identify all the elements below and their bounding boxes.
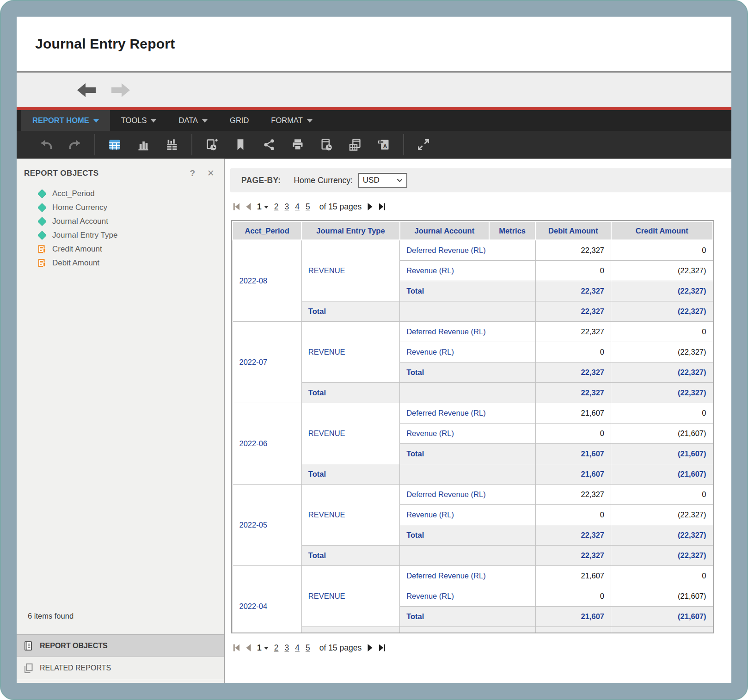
- undo-icon[interactable]: [40, 138, 53, 151]
- sidebar-item-debit-amount[interactable]: Debit Amount: [38, 258, 224, 268]
- acct-period-cell: 2022-07: [233, 322, 301, 403]
- attribute-diamond-icon: [37, 231, 47, 240]
- entry-total-credit-cell: (21,607): [611, 607, 713, 627]
- page-link-4[interactable]: 4: [295, 202, 300, 212]
- menu-tab-data[interactable]: DATA: [167, 110, 219, 131]
- sidebar-tab-report-objects[interactable]: REPORT OBJECTS: [17, 634, 224, 657]
- export-pdf-icon[interactable]: A: [377, 138, 390, 151]
- journal-entry-type-cell: REVENUE: [301, 240, 399, 301]
- sidebar-item-label: Journal Entry Type: [52, 231, 117, 240]
- related-reports-tab-icon: [23, 663, 33, 673]
- first-page-icon[interactable]: [233, 203, 240, 211]
- svg-text:A: A: [383, 143, 387, 149]
- current-page-number: 1: [257, 643, 262, 653]
- page-count-label: of 15 pages: [319, 202, 362, 212]
- page-link-3[interactable]: 3: [284, 643, 289, 653]
- menu-tab-tools[interactable]: TOOLS: [110, 110, 168, 131]
- last-page-icon[interactable]: [379, 203, 386, 211]
- credit-amount-cell: (22,327): [611, 342, 713, 362]
- first-page-icon[interactable]: [233, 644, 240, 652]
- menu-tab-grid[interactable]: GRID: [219, 110, 260, 131]
- sidebar-spacer: [17, 268, 224, 612]
- previous-page-icon[interactable]: [245, 644, 252, 652]
- entry-total-credit-cell: (22,327): [611, 281, 713, 301]
- journal-account-cell: Deferred Revenue (RL): [400, 322, 536, 342]
- page-link-5[interactable]: 5: [306, 202, 310, 212]
- grid-view-icon[interactable]: [108, 138, 121, 151]
- menu-tab-report-home[interactable]: REPORT HOME: [21, 110, 110, 131]
- entry-total-debit-cell: 22,327: [535, 525, 611, 546]
- debit-amount-cell: 21,607: [535, 403, 611, 424]
- entry-total-debit-cell: 22,327: [535, 281, 611, 301]
- sidebar-item-label: Credit Amount: [52, 245, 102, 254]
- back-arrow-icon[interactable]: [76, 82, 97, 98]
- chevron-down-icon: [397, 178, 403, 183]
- page-link-4[interactable]: 4: [295, 643, 300, 653]
- menu-tab-format[interactable]: FORMAT: [260, 110, 323, 131]
- period-total-spacer-cell: [400, 464, 536, 485]
- close-icon[interactable]: ✕: [207, 168, 215, 178]
- redo-icon[interactable]: [68, 138, 81, 151]
- page-link-2[interactable]: 2: [274, 643, 279, 653]
- home-currency-value: USD: [363, 176, 380, 185]
- page-link-5[interactable]: 5: [306, 643, 310, 653]
- grid-graph-view-icon[interactable]: [166, 138, 178, 151]
- menu-tab-label: GRID: [230, 116, 249, 125]
- column-header-journal-account[interactable]: Journal Account: [400, 221, 489, 240]
- items-found-status: 6 items found: [17, 612, 224, 634]
- journal-account-cell: Deferred Revenue (RL): [400, 240, 536, 261]
- current-page-number: 1: [257, 202, 262, 212]
- previous-page-icon[interactable]: [245, 203, 252, 211]
- entry-total-debit-cell: 21,607: [535, 607, 611, 627]
- forward-arrow-icon[interactable]: [110, 82, 131, 98]
- credit-amount-cell: (22,327): [611, 261, 713, 281]
- add-to-history-icon[interactable]: [205, 138, 218, 151]
- home-currency-select[interactable]: USD: [358, 173, 407, 188]
- page-link-3[interactable]: 3: [284, 202, 289, 212]
- report-objects-panel: REPORT OBJECTS ? ✕ Acct_PeriodHome Curre…: [17, 159, 224, 683]
- print-icon[interactable]: [291, 138, 304, 151]
- next-page-icon[interactable]: [367, 203, 374, 211]
- menu-tab-label: DATA: [178, 116, 198, 125]
- schedule-export-icon[interactable]: [320, 138, 333, 151]
- report-objects-title: REPORT OBJECTS: [24, 169, 178, 178]
- entry-total-label-cell: Total: [400, 362, 536, 383]
- credit-amount-cell: (22,327): [611, 505, 713, 525]
- period-total-debit-cell: 22,327: [535, 383, 611, 403]
- sidebar-item-journal-account[interactable]: Journal Account: [38, 216, 224, 226]
- column-header-journal-entry-type[interactable]: Journal Entry Type: [301, 221, 399, 240]
- current-page-selector[interactable]: 1: [257, 202, 269, 212]
- graph-view-icon[interactable]: [137, 138, 150, 151]
- entry-total-label-cell: Total: [400, 281, 536, 301]
- share-icon[interactable]: [263, 138, 276, 151]
- metric-icon: [38, 259, 46, 267]
- fullscreen-icon[interactable]: [417, 138, 430, 151]
- sidebar-item-journal-entry-type[interactable]: Journal Entry Type: [38, 230, 224, 240]
- current-page-selector[interactable]: 1: [257, 643, 269, 653]
- period-total-label-cell: Total: [301, 464, 399, 485]
- sidebar-item-label: Journal Account: [52, 217, 108, 226]
- sidebar-tab-related-reports[interactable]: RELATED REPORTS: [17, 657, 224, 679]
- next-page-icon[interactable]: [367, 644, 374, 652]
- last-page-icon[interactable]: [379, 644, 386, 652]
- column-header-credit-amount[interactable]: Credit Amount: [611, 221, 713, 240]
- help-icon[interactable]: ?: [190, 168, 195, 178]
- column-header-debit-amount[interactable]: Debit Amount: [535, 221, 611, 240]
- sidebar-item-home-currency[interactable]: Home Currency: [38, 203, 224, 212]
- export-excel-icon[interactable]: [349, 138, 362, 151]
- bookmark-icon[interactable]: [234, 138, 247, 151]
- page-link-2[interactable]: 2: [274, 202, 279, 212]
- chevron-down-icon: [264, 647, 269, 650]
- debit-amount-cell: 21,607: [535, 566, 611, 586]
- journal-account-cell: Deferred Revenue (RL): [400, 485, 536, 505]
- sidebar-item-credit-amount[interactable]: Credit Amount: [38, 244, 224, 254]
- menu-tab-label: FORMAT: [271, 116, 302, 125]
- credit-amount-cell: (21,607): [611, 424, 713, 444]
- sidebar-item-acct-period[interactable]: Acct_Period: [38, 189, 224, 198]
- column-header-acct-period[interactable]: Acct_Period: [233, 221, 301, 240]
- sidebar-item-label: Debit Amount: [52, 258, 99, 268]
- page-by-label: PAGE-BY:: [241, 176, 281, 185]
- chevron-down-icon: [264, 206, 269, 209]
- sidebar-tab-label: REPORT OBJECTS: [40, 642, 108, 650]
- column-header-metrics[interactable]: Metrics: [489, 221, 535, 240]
